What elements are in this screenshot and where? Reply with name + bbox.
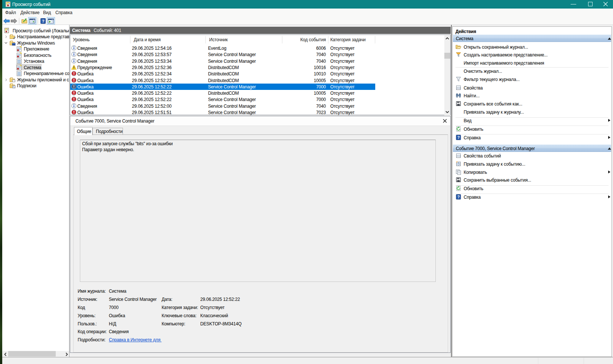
svg-text:?: ?: [42, 19, 45, 23]
svg-text:?: ?: [457, 194, 460, 199]
svg-text:?: ?: [457, 135, 460, 139]
